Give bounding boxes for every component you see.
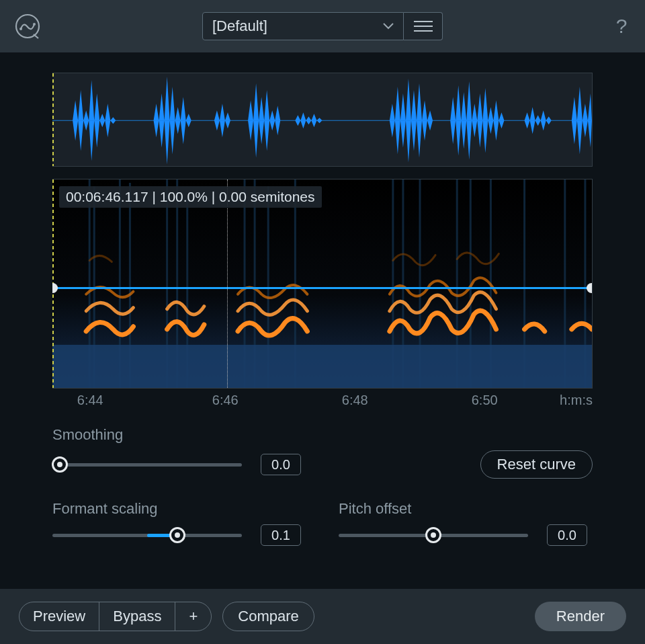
smoothing-label: Smoothing xyxy=(52,426,593,444)
chevron-down-icon xyxy=(383,23,394,30)
preview-button[interactable]: Preview xyxy=(19,602,99,631)
svg-rect-26 xyxy=(52,345,592,389)
spectrogram-view[interactable]: 00:06:46.117 | 100.0% | 0.00 semitones xyxy=(52,179,593,389)
formant-label: Formant scaling xyxy=(52,500,306,518)
playhead-marker[interactable] xyxy=(227,179,228,388)
pitch-value[interactable]: 0.0 xyxy=(547,524,587,546)
smoothing-slider[interactable] xyxy=(52,456,242,473)
time-tick: 6:44 xyxy=(77,393,103,408)
formant-group: Formant scaling 0.1 xyxy=(52,500,306,546)
time-tick: 6:48 xyxy=(342,393,368,408)
spectrogram-graphic xyxy=(52,179,592,389)
smoothing-thumb[interactable] xyxy=(52,456,68,473)
hamburger-icon xyxy=(414,21,433,22)
compare-button[interactable]: Compare xyxy=(222,602,314,631)
bypass-button[interactable]: Bypass xyxy=(99,602,175,631)
smoothing-value[interactable]: 0.0 xyxy=(261,454,301,475)
playback-readout: 00:06:46.117 | 100.0% | 0.00 semitones xyxy=(59,186,322,208)
time-tick: 6:46 xyxy=(212,393,239,408)
pitch-thumb[interactable] xyxy=(425,527,441,543)
pitch-label: Pitch offset xyxy=(339,500,593,518)
time-axis: 6:44 6:46 6:48 6:50 h:m:s xyxy=(52,389,593,411)
preset-select[interactable]: [Default] xyxy=(202,12,404,40)
svg-point-2 xyxy=(33,23,36,26)
main-panel: 00:06:46.117 | 100.0% | 0.00 semitones 6… xyxy=(0,52,645,589)
pitch-group: Pitch offset 0.0 xyxy=(339,500,593,546)
smoothing-group: Smoothing 0.0 Reset curve xyxy=(52,426,593,479)
help-button[interactable]: ? xyxy=(611,15,632,38)
time-tick: 6:50 xyxy=(472,393,498,408)
formant-slider[interactable] xyxy=(52,527,242,543)
pitch-handle-end[interactable] xyxy=(587,283,593,293)
add-button[interactable]: + xyxy=(175,602,211,631)
header-bar: [Default] ? xyxy=(0,0,645,52)
preset-value: [Default] xyxy=(212,17,267,35)
pitch-slider[interactable] xyxy=(339,527,528,543)
app-logo-icon xyxy=(13,12,42,40)
help-icon: ? xyxy=(616,15,628,37)
svg-point-1 xyxy=(19,28,22,30)
preset-menu-button[interactable] xyxy=(404,12,443,40)
pitch-curve-line[interactable] xyxy=(52,287,592,289)
waveform-graphic xyxy=(52,73,592,167)
waveform-overview[interactable] xyxy=(52,73,593,167)
preview-bypass-group: Preview Bypass + xyxy=(19,602,212,631)
render-button[interactable]: Render xyxy=(535,602,626,631)
formant-thumb[interactable] xyxy=(169,527,185,543)
footer-bar: Preview Bypass + Compare Render xyxy=(0,589,645,644)
reset-curve-button[interactable]: Reset curve xyxy=(480,450,593,479)
time-axis-unit: h:m:s xyxy=(560,393,593,408)
formant-value[interactable]: 0.1 xyxy=(261,524,301,546)
controls-section: Smoothing 0.0 Reset curve Formant scalin… xyxy=(52,426,593,546)
